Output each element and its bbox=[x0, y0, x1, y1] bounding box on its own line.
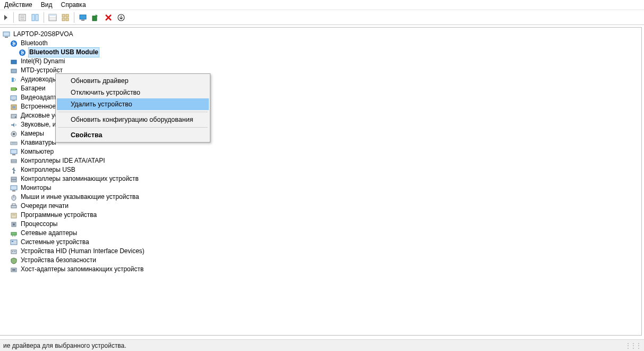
device-category-icon bbox=[10, 139, 18, 147]
device-category-icon bbox=[10, 229, 18, 238]
list-view-button[interactable] bbox=[29, 12, 41, 23]
tree-item-bluetooth[interactable]: Bluetooth bbox=[10, 39, 641, 48]
tree-item[interactable]: Контроллеры USB bbox=[10, 165, 641, 174]
tree-item[interactable]: Контроллеры IDE ATA/ATAPI bbox=[10, 156, 641, 165]
monitor-button[interactable] bbox=[77, 12, 89, 23]
properties-icon bbox=[18, 13, 27, 22]
context-menu-update-driver[interactable]: Обновить драйвер bbox=[57, 75, 209, 87]
context-menu-delete-device[interactable]: Удалить устройство bbox=[57, 98, 209, 110]
context-menu-properties[interactable]: Свойства bbox=[57, 129, 209, 141]
menu-action[interactable]: Действие bbox=[2, 1, 37, 10]
context-menu: Обновить драйвер Отключить устройство Уд… bbox=[55, 73, 210, 143]
svg-rect-19 bbox=[5, 37, 8, 38]
svg-point-60 bbox=[12, 251, 13, 252]
download-button[interactable] bbox=[115, 12, 127, 23]
menu-help[interactable]: Справка bbox=[56, 1, 90, 10]
tree-item-label: Bluetooth bbox=[20, 39, 49, 48]
bluetooth-icon bbox=[18, 48, 27, 57]
tree-item[interactable]: Мониторы bbox=[10, 183, 641, 193]
statusbar: ие драйвера для выбранного устройства. ⋮… bbox=[0, 339, 644, 351]
device-category-icon bbox=[10, 247, 18, 256]
tree-root-label: LAPTOP-20S8PVOA bbox=[12, 30, 74, 39]
tree-item[interactable]: Контроллеры запоминающих устройств bbox=[10, 174, 641, 183]
svg-rect-27 bbox=[11, 96, 16, 100]
tree-item-label: Контроллеры IDE ATA/ATAPI bbox=[20, 156, 106, 165]
svg-rect-53 bbox=[13, 223, 15, 225]
tree-item[interactable]: Устройства безопасности bbox=[10, 256, 641, 265]
tree-item[interactable]: Компьютер bbox=[10, 147, 641, 156]
tree-item-label: Сетевые адаптеры bbox=[20, 229, 78, 238]
device-category-icon bbox=[10, 265, 18, 274]
svg-rect-28 bbox=[12, 101, 15, 101]
svg-point-34 bbox=[13, 133, 15, 135]
device-category-icon bbox=[10, 76, 18, 84]
computer-icon bbox=[2, 30, 11, 39]
context-menu-scan-hardware[interactable]: Обновить конфигурацию оборудования bbox=[57, 114, 209, 126]
tree-item[interactable]: Intel(R) Dynami bbox=[10, 57, 641, 66]
device-category-icon bbox=[10, 112, 18, 120]
device-tree[interactable]: LAPTOP-20S8PVOA Bluetooth Bluetooth USB … bbox=[0, 28, 641, 274]
device-category-icon bbox=[10, 238, 18, 247]
tree-root[interactable]: LAPTOP-20S8PVOA bbox=[2, 30, 641, 39]
details-button[interactable] bbox=[47, 12, 58, 23]
device-category-icon bbox=[10, 57, 18, 66]
grid-icon bbox=[61, 13, 70, 22]
tree-item[interactable]: Очереди печати bbox=[10, 202, 641, 211]
device-category-icon bbox=[10, 94, 18, 102]
statusbar-text: ие драйвера для выбранного устройства. bbox=[3, 342, 126, 349]
device-category-icon bbox=[10, 130, 18, 138]
tree-item-label: Процессоры bbox=[20, 220, 59, 229]
svg-rect-4 bbox=[32, 14, 35, 21]
monitor-icon bbox=[79, 13, 87, 22]
tree-item-label: Intel(R) Dynami bbox=[20, 57, 66, 66]
device-category-icon bbox=[10, 202, 18, 211]
back-button[interactable] bbox=[1, 12, 11, 23]
svg-rect-57 bbox=[11, 240, 17, 245]
menu-view[interactable]: Вид bbox=[37, 1, 57, 10]
device-category-icon bbox=[10, 166, 18, 174]
tree-item[interactable]: Процессоры bbox=[10, 220, 641, 229]
tree-item[interactable]: Системные устройства bbox=[10, 238, 641, 247]
svg-rect-63 bbox=[12, 269, 15, 271]
context-menu-disable-device[interactable]: Отключить устройство bbox=[57, 87, 209, 98]
device-category-icon bbox=[10, 103, 18, 111]
show-hidden-button[interactable] bbox=[60, 12, 71, 23]
svg-rect-7 bbox=[49, 14, 56, 16]
svg-rect-54 bbox=[11, 232, 16, 235]
delete-button[interactable] bbox=[103, 12, 114, 23]
svg-point-41 bbox=[13, 172, 15, 173]
svg-rect-49 bbox=[12, 204, 15, 205]
svg-rect-59 bbox=[11, 250, 16, 254]
svg-rect-45 bbox=[12, 190, 15, 191]
tree-item-label: Контроллеры запоминающих устройств bbox=[20, 174, 140, 183]
svg-rect-30 bbox=[12, 106, 15, 108]
tree-item[interactable]: Программные устройства bbox=[10, 211, 641, 220]
svg-rect-12 bbox=[62, 18, 65, 21]
tree-item-bluetooth-usb-module[interactable]: Bluetooth USB Module bbox=[18, 48, 641, 57]
x-icon bbox=[104, 13, 113, 22]
device-category-icon bbox=[10, 193, 18, 202]
svg-rect-58 bbox=[12, 241, 13, 242]
device-category-icon bbox=[10, 157, 18, 165]
device-category-icon bbox=[10, 175, 18, 183]
scan-button[interactable] bbox=[90, 12, 101, 23]
bluetooth-icon bbox=[10, 39, 18, 48]
device-category-icon bbox=[10, 256, 18, 265]
tree-item[interactable]: Устройства HID (Human Interface Devices) bbox=[10, 247, 641, 256]
svg-rect-23 bbox=[11, 69, 16, 73]
properties-button[interactable] bbox=[16, 12, 28, 23]
device-category-icon bbox=[10, 85, 18, 93]
svg-point-32 bbox=[15, 116, 16, 118]
svg-rect-25 bbox=[11, 88, 16, 90]
svg-rect-13 bbox=[66, 18, 69, 21]
svg-rect-11 bbox=[66, 14, 69, 17]
tree-item-label: Мыши и иные указывающие устройства bbox=[20, 193, 140, 202]
tree-item[interactable]: Хост-адаптеры запоминающих устройств bbox=[10, 265, 641, 274]
tree-item-label: Программные устройства bbox=[20, 211, 98, 220]
svg-rect-5 bbox=[36, 14, 38, 21]
tree-item[interactable]: Мыши и иные указывающие устройства bbox=[10, 193, 641, 202]
tree-item[interactable]: Сетевые адаптеры bbox=[10, 229, 641, 238]
tree-item-label: Мониторы bbox=[20, 183, 52, 193]
tree-item-label: Батареи bbox=[20, 84, 46, 93]
tree-item-label: Системные устройства bbox=[20, 238, 90, 247]
